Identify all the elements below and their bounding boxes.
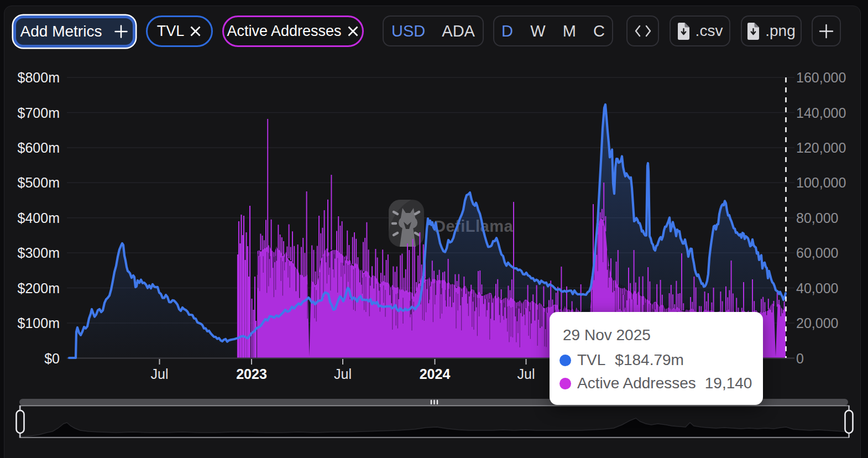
- svg-text:20,000: 20,000: [796, 315, 838, 331]
- svg-text:60,000: 60,000: [796, 245, 838, 261]
- svg-text:140,000: 140,000: [796, 105, 846, 121]
- svg-text:0: 0: [796, 351, 804, 366]
- svg-text:160,000: 160,000: [796, 70, 846, 85]
- svg-text:$100m: $100m: [18, 315, 60, 331]
- svg-text:2023: 2023: [236, 366, 267, 382]
- svg-text:100,000: 100,000: [796, 175, 846, 190]
- svg-text:$0: $0: [44, 351, 60, 366]
- svg-text:$400m: $400m: [18, 210, 60, 226]
- svg-text:Jul: Jul: [151, 366, 169, 382]
- svg-text:Jul: Jul: [334, 366, 352, 382]
- svg-text:40,000: 40,000: [796, 280, 838, 296]
- svg-text:$500m: $500m: [18, 175, 60, 190]
- svg-text:120,000: 120,000: [796, 140, 846, 155]
- svg-text:2024: 2024: [420, 366, 451, 382]
- svg-text:80,000: 80,000: [796, 210, 838, 226]
- svg-text:$800m: $800m: [18, 70, 60, 85]
- svg-text:Jul: Jul: [517, 366, 535, 382]
- svg-text:$700m: $700m: [18, 105, 60, 121]
- svg-text:$300m: $300m: [18, 245, 60, 261]
- svg-text:$600m: $600m: [18, 140, 60, 155]
- svg-text:$200m: $200m: [18, 280, 60, 296]
